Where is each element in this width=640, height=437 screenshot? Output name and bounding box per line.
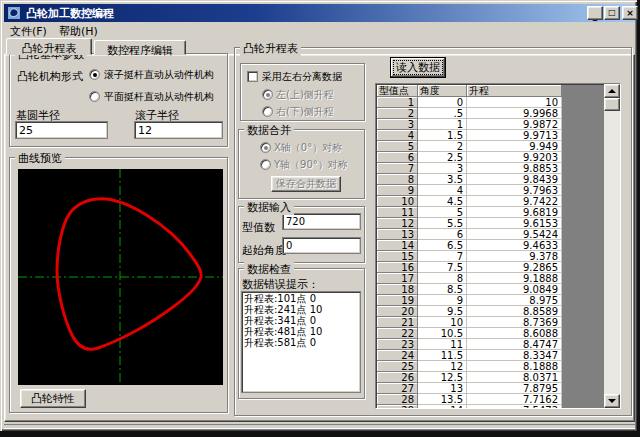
title-bar[interactable]: 凸轮加工数控编程 _ □ × — [4, 4, 635, 22]
table-row[interactable]: 83.59.8439 — [377, 174, 562, 185]
cell-angle: 3.5 — [418, 174, 467, 185]
cell-point: 27 — [377, 383, 418, 394]
cell-point: 15 — [377, 251, 418, 262]
radio-left-lift — [262, 89, 273, 100]
maximize-button[interactable]: □ — [604, 6, 620, 20]
cell-lift: 9.8439 — [467, 174, 562, 185]
table-row[interactable]: 125.59.6153 — [377, 218, 562, 229]
menu-file[interactable]: 文件(F) — [4, 22, 53, 38]
table-row[interactable]: 27137.8795 — [377, 383, 562, 394]
mechanism-type-label: 凸轮机构形式 — [17, 69, 83, 84]
start-angle-input[interactable]: 0 — [282, 237, 361, 254]
grid-header-row: 型值点 角度 升程 — [377, 85, 562, 96]
grid-vertical-scrollbar[interactable] — [604, 84, 620, 408]
cell-angle: 11.5 — [418, 350, 467, 361]
cell-angle: 13 — [418, 383, 467, 394]
cell-point: 1 — [377, 97, 418, 108]
table-row[interactable]: 23118.4747 — [377, 339, 562, 350]
cell-lift: 9.2865 — [467, 262, 562, 273]
cell-point: 29 — [377, 405, 418, 409]
group-lift-table-label: 凸轮升程表 — [240, 41, 301, 56]
table-row[interactable]: 2612.58.0371 — [377, 372, 562, 383]
table-row[interactable]: 41.59.9713 — [377, 130, 562, 141]
cell-lift: 9.378 — [467, 251, 562, 262]
tab-lift-table[interactable]: 凸轮升程表 — [6, 38, 92, 55]
table-row[interactable]: 319.9872 — [377, 119, 562, 130]
table-row[interactable]: 146.59.4633 — [377, 240, 562, 251]
tab-nc-program-edit[interactable]: 数控程序编辑 — [94, 40, 186, 55]
separate-data-checkbox-label: 采用左右分离数据 — [262, 70, 342, 84]
roller-radius-input[interactable]: 12 — [134, 121, 223, 139]
cell-angle: 9 — [418, 295, 467, 306]
menu-help[interactable]: 帮助(H) — [53, 22, 104, 38]
table-row[interactable]: 62.59.9203 — [377, 152, 562, 163]
app-window: 凸轮加工数控编程 _ □ × 文件(F) 帮助(H) 凸轮升程表 数控程序编辑 … — [0, 0, 637, 431]
table-row[interactable]: 21108.7369 — [377, 317, 562, 328]
cell-lift: 8.3347 — [467, 350, 562, 361]
table-row[interactable]: 167.59.2865 — [377, 262, 562, 273]
grid-header-lift: 升程 — [467, 85, 562, 97]
cell-point: 7 — [377, 163, 418, 174]
cell-angle: 13.5 — [418, 394, 467, 405]
cell-point: 2 — [377, 108, 418, 119]
cell-point: 8 — [377, 174, 418, 185]
cell-angle: 2.5 — [418, 152, 467, 163]
data-error-listbox[interactable]: 升程表:101点 0升程表:241点 10升程表:341点 0升程表:481点 … — [241, 291, 361, 393]
cell-point: 22 — [377, 328, 418, 339]
scroll-thumb[interactable] — [604, 98, 620, 111]
arrow-up-icon — [608, 89, 616, 93]
cell-lift: 8.4747 — [467, 339, 562, 350]
save-merged-data-button: 保存合并数据 — [271, 176, 341, 192]
cell-lift: 9.6819 — [467, 207, 562, 218]
table-row[interactable]: 739.8853 — [377, 163, 562, 174]
base-radius-input[interactable]: 25 — [15, 121, 108, 139]
table-row[interactable]: 949.7963 — [377, 185, 562, 196]
table-row[interactable]: 1998.975 — [377, 295, 562, 306]
table-row[interactable]: 209.58.8589 — [377, 306, 562, 317]
group-data-merge-label: 数据合并 — [244, 123, 294, 138]
scroll-up-button[interactable] — [604, 84, 620, 98]
table-row[interactable]: 1159.6819 — [377, 207, 562, 218]
cell-lift: 8.975 — [467, 295, 562, 306]
table-row[interactable]: 1369.5424 — [377, 229, 562, 240]
table-row[interactable]: 2411.58.3347 — [377, 350, 562, 361]
cell-lift: 7.8795 — [467, 383, 562, 394]
radio-x-symmetric-label: X轴（0°）对称 — [274, 141, 342, 155]
table-row[interactable]: 1579.378 — [377, 251, 562, 262]
table-row[interactable]: 2.59.9968 — [377, 108, 562, 119]
read-data-button[interactable]: 读入数据 — [390, 57, 446, 78]
cell-angle: 5 — [418, 207, 467, 218]
cell-angle: 7 — [418, 251, 467, 262]
cell-lift: 8.6088 — [467, 328, 562, 339]
cam-characteristics-button[interactable]: 凸轮特性 — [20, 389, 86, 408]
radio-flat-follower[interactable] — [89, 91, 100, 102]
start-angle-label: 起始角度 — [242, 243, 286, 258]
table-row[interactable]: 2210.58.6088 — [377, 328, 562, 339]
scroll-down-button[interactable] — [604, 394, 620, 408]
table-row[interactable]: 1789.1888 — [377, 273, 562, 284]
minimize-button[interactable]: _ — [587, 6, 603, 20]
cell-lift: 7.5472 — [467, 405, 562, 409]
table-row[interactable]: 29147.5472 — [377, 405, 562, 409]
cell-point: 16 — [377, 262, 418, 273]
separate-data-checkbox[interactable] — [247, 71, 258, 82]
cell-point: 5 — [377, 141, 418, 152]
close-button[interactable]: × — [622, 6, 638, 20]
cell-angle: 12.5 — [418, 372, 467, 383]
cell-point: 21 — [377, 317, 418, 328]
points-count-input[interactable]: 720 — [282, 213, 361, 230]
radio-roller-follower[interactable] — [89, 69, 100, 80]
table-row[interactable]: 2813.57.7162 — [377, 394, 562, 405]
table-row[interactable]: 104.59.7422 — [377, 196, 562, 207]
table-row[interactable]: 25128.1888 — [377, 361, 562, 372]
cell-point: 24 — [377, 350, 418, 361]
error-line: 升程表:341点 0 — [244, 315, 358, 326]
table-row[interactable]: 188.59.0849 — [377, 284, 562, 295]
cell-lift: 8.8589 — [467, 306, 562, 317]
cell-lift: 9.9713 — [467, 130, 562, 141]
table-row[interactable]: 529.949 — [377, 141, 562, 152]
table-row[interactable]: 1010 — [377, 97, 562, 108]
cell-angle: 9.5 — [418, 306, 467, 317]
lift-data-grid[interactable]: 型值点 角度 升程 10102.59.9968319.987241.59.971… — [375, 83, 621, 409]
cell-angle: 8.5 — [418, 284, 467, 295]
